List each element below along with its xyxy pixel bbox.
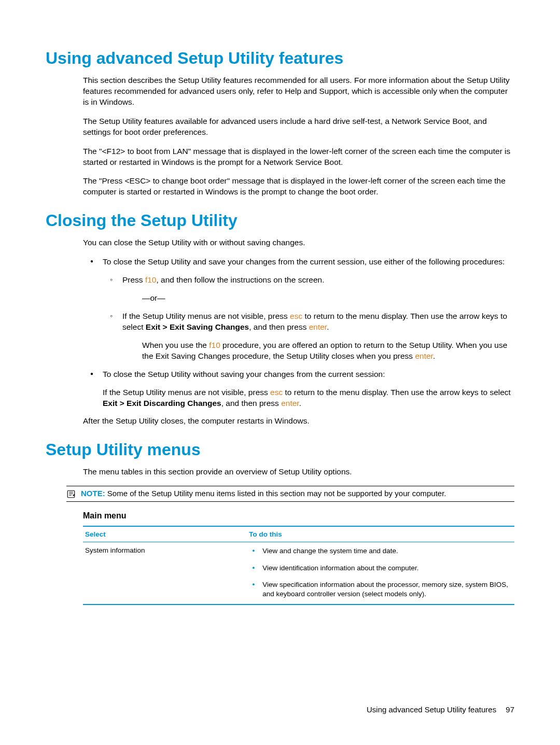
paragraph: The menu tables in this section provide …: [83, 467, 514, 477]
list-item: To close the Setup Utility without savin…: [83, 369, 514, 409]
table-main-menu: Select To do this System information Vie…: [83, 526, 514, 605]
heading-closing: Closing the Setup Utility: [46, 211, 514, 230]
text: to return to the menu display. Then use …: [283, 388, 511, 397]
table-header-todo: To do this: [247, 526, 514, 542]
text: , and then follow the instructions on th…: [157, 275, 325, 284]
sub-list: Press f10, and then follow the instructi…: [103, 275, 514, 362]
key-enter: enter: [309, 322, 327, 331]
text: If the Setup Utility menus are not visib…: [122, 312, 290, 320]
table-row: System information View and change the s…: [83, 542, 514, 605]
text: If the Setup Utility menus are not visib…: [103, 388, 270, 397]
list-item: If the Setup Utility menus are not visib…: [103, 311, 514, 362]
key-f10: f10: [145, 275, 157, 284]
cell-todo: View and change the system time and date…: [247, 542, 514, 605]
paragraph: You can close the Setup Utility with or …: [83, 237, 514, 248]
note-label: NOTE:: [81, 489, 105, 498]
cell-select: System information: [83, 542, 247, 605]
bullet-list: To close the Setup Utility and save your…: [83, 257, 514, 409]
paragraph: The "Press <ESC> to change boot order" m…: [83, 176, 514, 198]
list-item: View specification information about the…: [249, 580, 512, 599]
list-item: View identification information about th…: [249, 564, 512, 573]
page-footer: Using advanced Setup Utility features 97: [367, 705, 514, 714]
paragraph: The Setup Utility features available for…: [83, 116, 514, 138]
text: Some of the Setup Utility menu items lis…: [107, 489, 446, 498]
note-text: NOTE: Some of the Setup Utility menu ite…: [81, 489, 446, 498]
or-line: —or—: [122, 293, 514, 304]
key-enter: enter: [281, 399, 299, 407]
key-f10: f10: [209, 341, 220, 349]
paragraph: When you use the f10 procedure, you are …: [122, 340, 514, 362]
note-callout: NOTE: Some of the Setup Utility menu ite…: [66, 486, 514, 502]
key-esc: esc: [290, 312, 302, 320]
text: , and then press: [249, 322, 309, 331]
paragraph: This section describes the Setup Utility…: [83, 75, 514, 108]
menu-path: Exit > Exit Saving Changes: [146, 322, 249, 331]
paragraph: If the Setup Utility menus are not visib…: [103, 387, 514, 409]
text: .: [327, 322, 329, 331]
note-icon: [66, 489, 76, 499]
key-enter: enter: [415, 352, 432, 360]
subheading-main-menu: Main menu: [83, 511, 514, 521]
list-item: View and change the system time and date…: [249, 546, 512, 556]
list-item: To close the Setup Utility and save your…: [83, 257, 514, 361]
paragraph: After the Setup Utility closes, the comp…: [83, 416, 514, 427]
list-item: Press f10, and then follow the instructi…: [103, 275, 514, 304]
text: To close the Setup Utility and save your…: [103, 257, 505, 266]
heading-menus: Setup Utility menus: [46, 440, 514, 459]
text: , and then press: [221, 399, 281, 407]
text: To close the Setup Utility without savin…: [103, 370, 385, 378]
paragraph: The "<F12> to boot from LAN" message tha…: [83, 146, 514, 168]
heading-using-advanced: Using advanced Setup Utility features: [46, 49, 514, 68]
text: .: [433, 352, 435, 360]
text: When you use the: [142, 341, 209, 349]
key-esc: esc: [270, 388, 283, 397]
table-list: View and change the system time and date…: [249, 546, 512, 599]
text: Press: [122, 275, 145, 284]
text: .: [299, 399, 301, 407]
table-header-select: Select: [83, 526, 247, 542]
footer-text: Using advanced Setup Utility features: [367, 705, 496, 714]
page-number: 97: [506, 705, 514, 714]
svg-rect-0: [67, 491, 75, 498]
menu-path: Exit > Exit Discarding Changes: [103, 399, 221, 407]
